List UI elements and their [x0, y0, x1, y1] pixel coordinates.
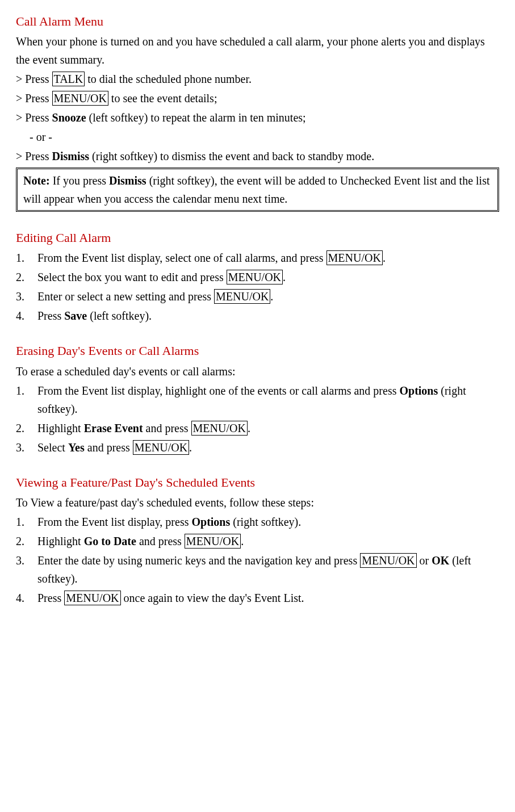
text: or	[417, 554, 432, 567]
yes-label: Yes	[68, 441, 85, 454]
list-item: 4. Press Save (left softkey).	[16, 307, 499, 325]
bullet-line: > Press Dismiss (right softkey) to dismi…	[16, 147, 499, 165]
options-label: Options	[191, 516, 230, 528]
list-item: 3. Enter or select a new setting and pre…	[16, 287, 499, 305]
text: and press	[85, 441, 133, 454]
item-number: 2.	[16, 268, 37, 286]
text: (left softkey).	[87, 309, 152, 322]
text: (left softkey) to repeat the alarm in te…	[86, 111, 306, 124]
item-number: 2.	[16, 419, 37, 437]
item-number: 1.	[16, 513, 37, 531]
item-text: Press MENU/OK once again to view the day…	[37, 589, 499, 607]
text: to dial the scheduled phone number.	[85, 73, 252, 85]
menu-ok-key: MENU/OK	[133, 440, 189, 455]
text: Enter or select a new setting and press	[37, 290, 214, 303]
item-number: 3.	[16, 551, 37, 588]
text: Press	[37, 592, 64, 604]
text: Press	[37, 309, 64, 322]
text: Select	[37, 441, 68, 454]
text: and press	[136, 535, 185, 547]
note-box: Note: If you press Dismiss (right softke…	[16, 168, 499, 212]
text: to see the event details;	[108, 92, 217, 104]
item-text: Highlight Go to Date and press MENU/OK.	[37, 532, 499, 550]
bullet-line: > Press Snooze (left softkey) to repeat …	[16, 108, 499, 127]
heading-erasing-events: Erasing Day's Events or Call Alarms	[16, 341, 499, 361]
item-number: 1.	[16, 249, 37, 267]
text: once again to view the day's Event List.	[121, 592, 304, 604]
bullet-line: > Press TALK to dial the scheduled phone…	[16, 70, 499, 88]
item-number: 4.	[16, 589, 37, 607]
list-item: 1. From the Event list display, select o…	[16, 249, 499, 267]
menu-ok-key: MENU/OK	[326, 250, 383, 265]
dismiss-label: Dismiss	[109, 174, 146, 187]
menu-ok-key: MENU/OK	[214, 289, 270, 304]
options-label: Options	[399, 384, 438, 397]
text: Highlight	[37, 422, 84, 434]
list-item: 2. Highlight Erase Event and press MENU/…	[16, 419, 499, 437]
text: .	[248, 422, 250, 434]
item-number: 3.	[16, 438, 37, 457]
text: From the Event list display, select one …	[37, 252, 326, 264]
menu-ok-key: MENU/OK	[64, 591, 120, 605]
text: > Press	[16, 92, 52, 104]
intro-text: To erase a scheduled day's events or cal…	[16, 362, 499, 380]
text: > Press	[16, 150, 52, 162]
text: If you press	[50, 174, 109, 187]
note-label: Note:	[23, 174, 50, 187]
list-item: 1. From the Event list display, press Op…	[16, 513, 499, 531]
heading-viewing-events: Viewing a Feature/Past Day's Scheduled E…	[16, 472, 499, 492]
text: From the Event list display, press	[37, 516, 191, 528]
text: > Press	[16, 111, 52, 124]
or-text: - or -	[16, 128, 499, 146]
snooze-label: Snooze	[52, 111, 86, 124]
heading-call-alarm-menu: Call Alarm Menu	[16, 11, 499, 31]
text: Select the box you want to edit and pres…	[37, 271, 227, 283]
item-number: 1.	[16, 382, 37, 418]
intro-text: When your phone is turned on and you hav…	[16, 32, 499, 69]
item-number: 4.	[16, 307, 37, 325]
item-text: From the Event list display, press Optio…	[37, 513, 499, 531]
text: (right softkey).	[230, 516, 301, 528]
text: From the Event list display, highlight o…	[37, 384, 399, 397]
list-item: 2. Select the box you want to edit and p…	[16, 268, 499, 286]
text: > Press	[16, 73, 52, 85]
dismiss-label: Dismiss	[52, 150, 90, 162]
list-item: 4. Press MENU/OK once again to view the …	[16, 589, 499, 607]
item-text: Highlight Erase Event and press MENU/OK.	[37, 419, 499, 437]
text: .	[283, 271, 286, 283]
menu-ok-key: MENU/OK	[185, 534, 241, 549]
item-number: 3.	[16, 287, 37, 305]
menu-ok-key: MENU/OK	[191, 421, 248, 436]
erase-event-label: Erase Event	[84, 422, 143, 434]
text: .	[270, 290, 273, 303]
item-text: Enter or select a new setting and press …	[37, 287, 499, 305]
go-to-date-label: Go to Date	[84, 535, 136, 547]
menu-ok-key: MENU/OK	[227, 270, 283, 284]
heading-editing-call-alarm: Editing Call Alarm	[16, 228, 499, 248]
item-text: From the Event list display, select one …	[37, 249, 499, 267]
text: .	[383, 252, 386, 264]
text: (right softkey) to dismiss the event and…	[89, 150, 374, 162]
item-number: 2.	[16, 532, 37, 550]
text: Enter the date by using numeric keys and…	[37, 554, 360, 567]
list-item: 3. Enter the date by using numeric keys …	[16, 551, 499, 588]
item-text: Select Yes and press MENU/OK.	[37, 438, 499, 457]
item-text: From the Event list display, highlight o…	[37, 382, 499, 418]
menu-ok-key: MENU/OK	[360, 553, 416, 568]
list-item: 2. Highlight Go to Date and press MENU/O…	[16, 532, 499, 550]
text: .	[241, 535, 244, 547]
item-text: Press Save (left softkey).	[37, 307, 499, 325]
item-text: Enter the date by using numeric keys and…	[37, 551, 499, 588]
save-label: Save	[64, 309, 87, 322]
menu-ok-key: MENU/OK	[52, 91, 108, 106]
text: .	[189, 441, 192, 454]
text: Highlight	[37, 535, 84, 547]
intro-text: To View a feature/past day's scheduled e…	[16, 493, 499, 512]
list-item: 3. Select Yes and press MENU/OK.	[16, 438, 499, 457]
list-item: 1. From the Event list display, highligh…	[16, 382, 499, 418]
ok-label: OK	[432, 554, 449, 567]
talk-key: TALK	[52, 72, 85, 86]
text: and press	[143, 422, 191, 434]
bullet-line: > Press MENU/OK to see the event details…	[16, 89, 499, 107]
item-text: Select the box you want to edit and pres…	[37, 268, 499, 286]
